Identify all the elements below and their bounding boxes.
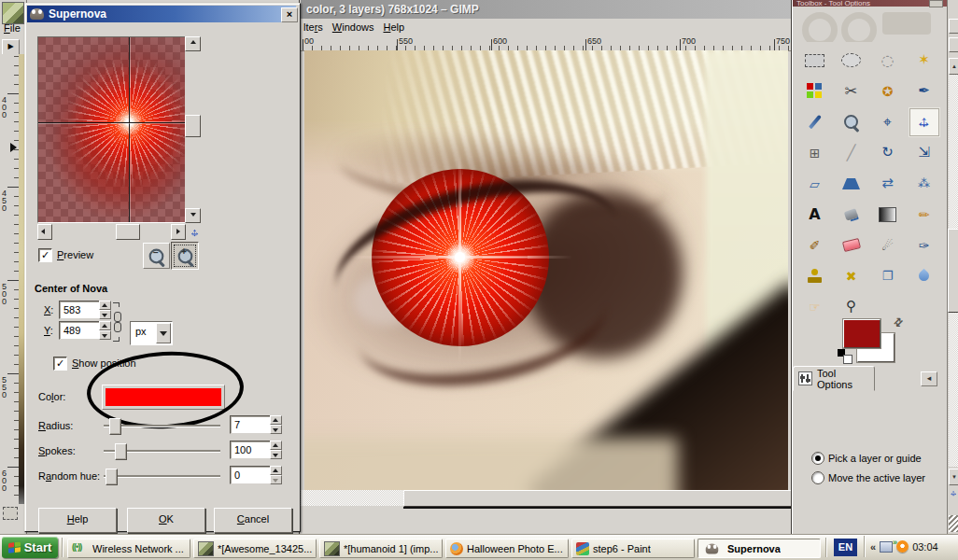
select-by-color-tool[interactable] [800,77,830,105]
airbrush-tool[interactable]: ☄ [873,231,903,259]
scale-tool[interactable]: ⇲ [909,139,939,167]
toolbox-title[interactable]: Toolbox - Tool Options [793,0,948,7]
eraser-tool[interactable] [837,231,866,259]
quickmask-toggle[interactable] [3,507,18,520]
preview-pan-button[interactable] [185,224,201,241]
unit-dropdown[interactable]: px [130,321,173,345]
y-coordinate-field[interactable]: 489 [59,321,111,340]
zoom-out-button[interactable] [143,243,170,269]
chain-link-icon[interactable] [111,302,120,342]
paths-tool[interactable]: ✒ [909,77,939,105]
spin-up-icon[interactable] [270,441,282,450]
foreground-color-swatch[interactable] [843,319,881,348]
ruler-corner-button[interactable]: ▶ [2,39,20,55]
scroll-up-icon[interactable] [185,36,201,51]
spokes-field[interactable]: 100 [230,441,282,459]
slider-handle[interactable] [115,443,127,460]
y-value[interactable]: 489 [59,321,103,340]
pan-icon[interactable] [948,487,958,498]
perspective-clone-tool[interactable]: ❐ [873,262,903,290]
default-colors-icon[interactable] [838,349,851,362]
free-select-tool[interactable]: ◌ [873,47,903,75]
taskbar-item-awesome-13425[interactable]: *[Awesome_13425... [193,539,317,558]
rotate-tool[interactable]: ↻ [873,139,903,167]
foreground-select-tool[interactable]: ✪ [873,77,903,105]
move-tool[interactable] [909,108,939,136]
scroll-down-icon[interactable]: ▼ [949,469,958,485]
preview-checkbox[interactable]: ✓ [38,248,52,262]
pencil-tool[interactable]: ✏ [909,201,939,229]
spin-down-icon[interactable] [270,475,282,484]
tray-orange-icon[interactable] [896,540,909,553]
slider-handle[interactable] [109,418,121,435]
scroll-up-icon[interactable]: ▲ [949,58,958,75]
tab-tool-options[interactable]: Tool Options [793,366,875,391]
preview-hscroll-thumb[interactable] [116,224,140,240]
zoom-in-button[interactable] [171,242,199,270]
radio-pick-layer-or-guide[interactable] [811,452,824,465]
taskbar-item-halloween-photo-e[interactable]: Halloween Photo E... [445,539,569,558]
dodge-burn-tool[interactable]: ⚲ [837,293,866,321]
cage-transform-tool[interactable]: ⁂ [909,170,939,198]
spokes-slider[interactable] [104,443,220,458]
spin-up-icon[interactable] [99,321,111,330]
show-position-checkbox[interactable]: ✓ [53,357,67,371]
radius-slider[interactable] [104,418,220,433]
spin-up-icon[interactable] [270,466,282,475]
measure-tool[interactable]: ⌖ [873,108,903,136]
menu-item[interactable]: lters [303,21,330,34]
smudge-tool[interactable]: ☞ [800,293,830,321]
resize-grip[interactable] [949,515,958,532]
tray-network-icon[interactable] [880,541,893,553]
preview-hscroll-trough[interactable] [37,224,184,238]
x-value[interactable]: 583 [59,301,103,319]
ok-button[interactable]: OK [127,508,205,533]
taskbar-item-step6-paint[interactable]: step6 - Paint [571,539,695,558]
text-tool[interactable]: A [800,201,830,229]
close-icon[interactable]: × [281,7,298,22]
paintbrush-tool[interactable]: ✐ [800,231,830,259]
shear-tool[interactable]: ▱ [800,170,830,198]
image-canvas[interactable] [304,50,788,490]
image-window-title[interactable]: color, 3 layers) 768x1024 – GIMP [301,0,793,19]
random-hue-field[interactable]: 0 [230,466,282,484]
horizontal-ruler[interactable]: 00550600650700750 [301,35,793,51]
ink-tool[interactable]: ✑ [909,231,939,259]
spin-down-icon[interactable] [99,330,111,340]
taskbar-item-humanoid-1-imp[interactable]: *[humanoid 1] (imp... [319,539,443,558]
scroll-down-icon[interactable] [185,208,201,223]
radius-value[interactable]: 7 [230,415,274,434]
scroll-left-icon[interactable] [37,224,52,240]
taskbar-item-wireless-network[interactable]: Wireless Network ... [67,539,190,558]
spin-down-icon[interactable] [99,310,111,319]
nova-preview[interactable] [37,36,186,223]
help-button[interactable]: Help [38,508,117,533]
rect-select-tool[interactable] [800,47,830,75]
ellipse-select-tool[interactable] [837,47,866,75]
vertical-ruler[interactable]: 400450500550600 [0,54,20,504]
scrollbar-button[interactable] [949,37,958,52]
start-button[interactable]: Start [2,537,58,558]
preview-vscroll-thumb[interactable] [185,115,201,137]
color-picker-tool[interactable] [800,108,830,136]
align-tool[interactable]: ⊞ [800,139,830,167]
spin-down-icon[interactable] [270,425,282,434]
zoom-tool[interactable] [837,108,866,136]
perspective-tool[interactable] [837,170,866,198]
random-hue-slider[interactable] [104,469,220,483]
x-coordinate-field[interactable]: 583 [59,301,111,319]
crop-tool[interactable]: ╱ [837,139,866,167]
tray-expand-icon[interactable]: « [870,541,876,553]
spin-down-icon[interactable] [270,450,282,459]
canvas-hscroll-thumb[interactable] [403,490,794,507]
dialog-titlebar[interactable]: Supernova [27,6,296,22]
chevron-down-icon[interactable] [156,323,171,343]
slider-handle[interactable] [106,469,118,485]
spokes-value[interactable]: 100 [230,441,274,459]
fuzzy-select-tool[interactable]: ✶ [909,47,939,75]
menu-item[interactable]: Help [382,21,411,34]
menu-item[interactable]: Windows [331,21,381,34]
blur-sharpen-tool[interactable] [909,262,939,290]
menu-file[interactable]: File [4,22,21,34]
random-hue-value[interactable]: 0 [230,466,274,484]
